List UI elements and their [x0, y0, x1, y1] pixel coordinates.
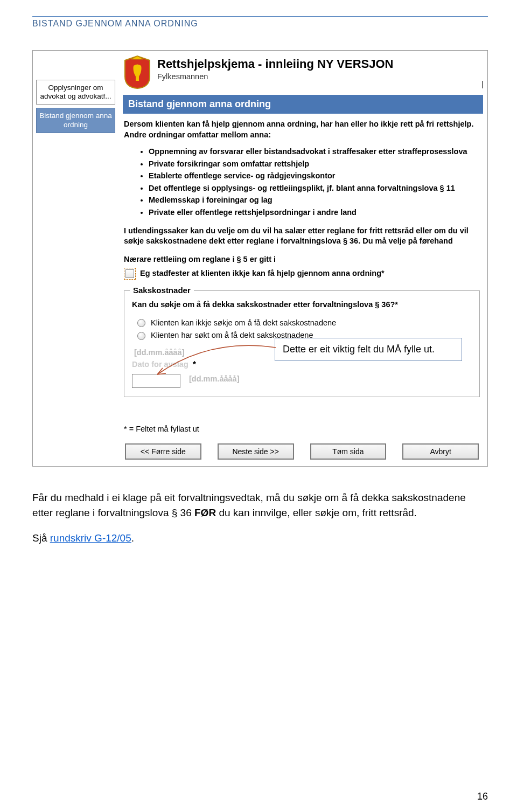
- checkbox-highlight: [124, 268, 136, 280]
- bullet-item: Etablerte offentlege service- og rådgjev…: [149, 171, 480, 182]
- stadfest-checkbox[interactable]: [125, 269, 134, 278]
- dato-avslag-label: Dato for avslag: [132, 359, 188, 370]
- form-main: Rettshjelpskjema - innleiing NY VERSJON …: [117, 53, 485, 464]
- rundskriv-link[interactable]: rundskriv G-12/05: [50, 532, 131, 544]
- dato-avslag-input[interactable]: [132, 374, 180, 388]
- page-number: 16: [477, 791, 488, 802]
- bullet-item: Private forsikringar som omfattar rettsh…: [149, 159, 480, 170]
- fieldset-legend: Sakskostnader: [130, 285, 194, 296]
- screenshot-frame: Opplysninger om advokat og advokatf... B…: [32, 50, 488, 467]
- bullet-item: Private eller offentlege rettshjelpsordn…: [149, 207, 480, 218]
- date-placeholder-2: [dd.mm.åååå]: [189, 374, 239, 385]
- fieldset-question: Kan du søkje om å få dekka sakskostnader…: [132, 300, 472, 310]
- bullet-list: Oppnemning av forsvarar eller bistandsad…: [124, 147, 480, 218]
- app-title: Rettshjelpskjema - innleiing NY VERSJON: [157, 57, 394, 71]
- coat-of-arms-icon: [123, 55, 152, 89]
- radio-ikkje-sokje[interactable]: [137, 319, 145, 327]
- callout-note: Dette er eit viktig felt du MÅ fylle ut.: [275, 338, 462, 361]
- page-heading: BISTAND GJENNOM ANNA ORDNING: [32, 19, 488, 29]
- prev-page-button[interactable]: << Førre side: [125, 443, 201, 460]
- app-subtitle: Fylkesmannen: [157, 72, 394, 81]
- radio-har-sokt[interactable]: [137, 332, 145, 340]
- svg-rect-0: [136, 73, 139, 81]
- section-bar: Bistand gjennom anna ordning: [123, 95, 483, 114]
- lead-text: Dersom klienten kan få hjelp gjennom ann…: [124, 119, 480, 140]
- required-note: * = Feltet må fyllast ut: [124, 424, 480, 435]
- body-text: Får du medhald i ei klage på eit forvalt…: [32, 490, 488, 545]
- radio-label: Klienten kan ikkje søkje om å få dekt sa…: [151, 318, 336, 329]
- bullet-item: Medlemsskap i foreiningar og lag: [149, 195, 480, 206]
- stadfest-label: Eg stadfester at klienten ikkje kan få h…: [140, 268, 385, 279]
- para-utlending: I utlendingssaker kan du velje om du vil…: [124, 226, 480, 247]
- nav-item-bistand[interactable]: Bistand gjennom anna ordning: [36, 108, 115, 133]
- para-naerare: Nærare rettleiing om reglane i § 5 er gi…: [124, 255, 276, 263]
- required-asterisk: *: [193, 359, 196, 371]
- sidebar: Opplysninger om advokat og advokatf... B…: [35, 53, 117, 136]
- next-page-button[interactable]: Neste side >>: [218, 443, 294, 460]
- nav-item-opplysninger[interactable]: Opplysninger om advokat og advokatf...: [36, 80, 115, 105]
- bullet-item: Det offentlege si opplysings- og rettlei…: [149, 183, 480, 194]
- clear-page-button[interactable]: Tøm sida: [310, 443, 387, 460]
- bullet-item: Oppnemning av forsvarar eller bistandsad…: [149, 147, 480, 157]
- cancel-button[interactable]: Avbryt: [402, 443, 479, 460]
